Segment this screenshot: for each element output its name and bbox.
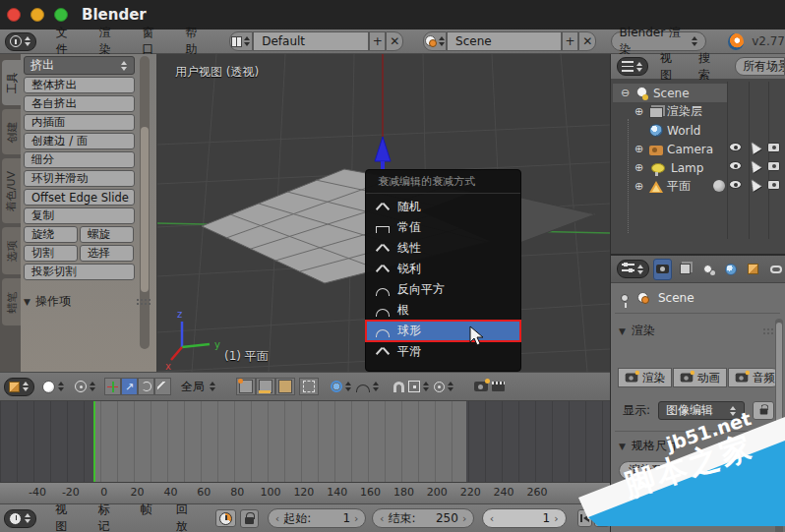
render-panel-header[interactable]: ▼ 渲染	[619, 323, 778, 339]
screen-layout-button[interactable]	[229, 31, 253, 51]
time-sync-button[interactable]	[215, 509, 235, 527]
opengl-render-button[interactable]	[472, 378, 490, 395]
expand-toggle-icon[interactable]: ⊖	[619, 87, 632, 99]
falloff-menu-item[interactable]: 常值	[366, 217, 520, 238]
tool-button[interactable]: 选择	[80, 245, 134, 262]
eye-icon[interactable]	[729, 180, 742, 189]
manipulator-toggle-button[interactable]	[104, 378, 121, 395]
snap-target-dropdown[interactable]	[432, 378, 456, 395]
current-frame-field[interactable]: ‹ 1 ›	[482, 508, 567, 528]
tab-render[interactable]	[653, 259, 672, 280]
info-editor-button[interactable]	[5, 32, 36, 51]
tool-button[interactable]: 环切并滑动	[24, 170, 135, 187]
tool-button[interactable]: 旋绕	[24, 226, 78, 243]
menu-item[interactable]: 渲染	[88, 25, 131, 58]
expand-toggle-icon[interactable]: ⊕	[633, 180, 645, 193]
tool-button[interactable]: 螺旋	[80, 226, 134, 243]
falloff-menu-item[interactable]: 锐利	[366, 259, 520, 279]
outliner-row[interactable]: ⊕ 渲染层	[611, 102, 785, 121]
lock-frame-button[interactable]	[240, 509, 259, 528]
tool-button[interactable]: 创建边 / 面	[24, 133, 135, 149]
menu-item[interactable]: 帮助	[174, 25, 217, 58]
translate-z-manipulator[interactable]	[375, 137, 391, 161]
delete-scene-button[interactable]: ✕	[578, 31, 596, 51]
tool-button[interactable]: 切割	[24, 245, 78, 262]
outliner-row[interactable]: ⊖ Scene	[611, 84, 785, 102]
camera-restrict-icon[interactable]	[767, 143, 780, 152]
tool-button[interactable]: 投影切割	[24, 264, 135, 280]
scene-selector-button[interactable]	[423, 31, 447, 51]
scrollbar-thumb[interactable]	[141, 127, 149, 292]
eye-icon[interactable]	[729, 143, 742, 151]
outliner-filter-dropdown[interactable]: 所有场景	[735, 57, 785, 76]
menu-item[interactable]: 文件	[44, 25, 88, 58]
render-engine-dropdown[interactable]: Blender 渲染	[611, 31, 707, 51]
tool-shelf-tab[interactable]: 创建	[2, 109, 21, 154]
tab-constraints[interactable]	[766, 259, 785, 280]
pin-icon[interactable]	[621, 294, 629, 302]
tool-shelf-tab[interactable]: 蜡笔	[2, 278, 21, 325]
current-frame-line[interactable]	[93, 401, 95, 482]
add-scene-button[interactable]: +	[562, 31, 579, 51]
scale-manipulator-button[interactable]	[154, 378, 171, 395]
cursor-icon[interactable]	[748, 140, 761, 154]
cursor-icon[interactable]	[748, 177, 761, 192]
render-action-button[interactable]: 音频	[728, 368, 782, 387]
add-layout-button[interactable]: +	[369, 31, 387, 51]
falloff-menu-item[interactable]: 根	[366, 300, 520, 321]
render-action-button[interactable]: 渲染	[618, 368, 672, 387]
pivot-point-dropdown[interactable]	[73, 378, 98, 395]
cursor-icon[interactable]	[748, 158, 761, 173]
edge-select-button[interactable]	[256, 378, 275, 395]
falloff-menu-item[interactable]: 线性	[366, 238, 520, 259]
tool-button[interactable]: Offset Edge Slide	[24, 189, 135, 206]
rotate-manipulator-button[interactable]	[138, 378, 154, 395]
opengl-render-anim-button[interactable]	[490, 378, 507, 395]
tool-shelf-tab[interactable]: 着色/UV	[2, 158, 21, 223]
falloff-menu-item[interactable]: 随机	[366, 197, 520, 217]
proportional-editing-dropdown[interactable]	[329, 378, 354, 395]
outliner-menu-item[interactable]: 搜索	[691, 50, 729, 84]
tool-button[interactable]: 各自挤出	[24, 95, 135, 112]
menu-item[interactable]: 窗口	[131, 25, 174, 58]
tool-button[interactable]: 复制	[24, 207, 135, 224]
tool-shelf-tab[interactable]: 选项	[2, 227, 21, 274]
tab-scene[interactable]	[698, 259, 717, 280]
expand-toggle-icon[interactable]: ⊕	[633, 161, 645, 174]
tool-button[interactable]: 内插面	[24, 114, 135, 131]
operator-panel-header[interactable]: ▼ 操作项	[24, 293, 151, 310]
outliner-menu-item[interactable]: 视图	[652, 50, 691, 84]
tab-object[interactable]	[744, 259, 762, 280]
transform-orientation-dropdown[interactable]: 全局	[177, 379, 220, 395]
timeline-body[interactable]	[0, 401, 610, 482]
limit-selection-button[interactable]	[299, 378, 319, 395]
timeline-ruler[interactable]: -40-200204060801001201401601802002202402…	[0, 482, 610, 503]
snap-element-dropdown[interactable]	[406, 378, 432, 395]
falloff-menu-item[interactable]: 平滑	[366, 341, 520, 362]
eye-icon[interactable]	[729, 161, 742, 170]
timeline-menu-item[interactable]: 标记	[87, 502, 129, 532]
tab-world[interactable]	[721, 259, 740, 280]
tool-button[interactable]: 细分	[24, 151, 135, 168]
properties-editor-type-button[interactable]	[617, 260, 649, 278]
delete-layout-button[interactable]: ✕	[386, 31, 403, 51]
timeline-menu-item[interactable]: 回放	[164, 502, 207, 532]
outliner-row[interactable]: World	[611, 121, 785, 140]
falloff-dropdown[interactable]	[354, 378, 382, 395]
timeline-editor-type-button[interactable]	[4, 509, 36, 528]
vertex-select-button[interactable]	[236, 378, 256, 395]
tool-button[interactable]: 整体挤出	[24, 77, 135, 93]
snap-toggle-button[interactable]	[392, 378, 406, 395]
timeline-menu-item[interactable]: 帧	[129, 502, 164, 532]
layout-name-field[interactable]: Default	[253, 31, 369, 51]
tab-render-layers[interactable]	[676, 259, 694, 280]
camera-restrict-icon[interactable]	[767, 180, 780, 190]
outliner-row[interactable]: ⊕ 平面	[611, 177, 785, 196]
close-window-button[interactable]	[7, 8, 21, 22]
viewport-editor-type-button[interactable]	[4, 378, 34, 396]
viewport-shading-dropdown[interactable]	[40, 378, 67, 395]
scene-name-field[interactable]: Scene	[447, 31, 562, 51]
panel-grip-icon[interactable]	[136, 298, 151, 306]
extrude-menu-header[interactable]: 挤出	[24, 56, 135, 75]
end-frame-field[interactable]: ‹ 结束: 250 ›	[372, 508, 474, 528]
